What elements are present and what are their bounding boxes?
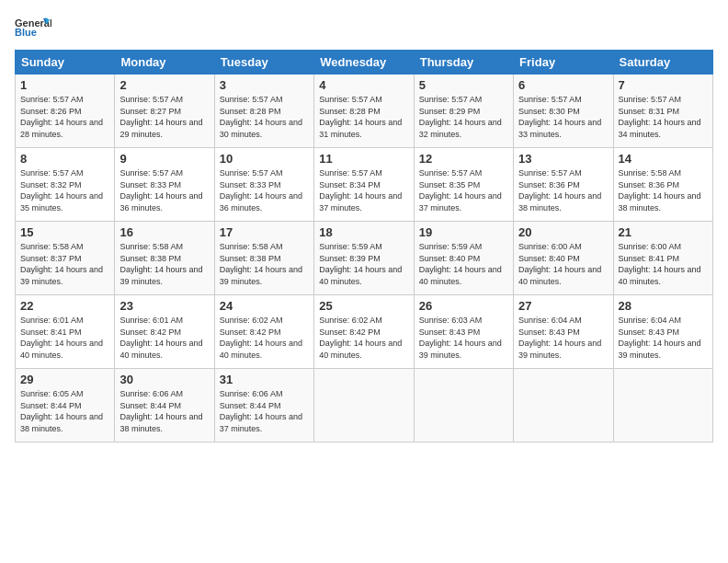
day-info: Sunrise: 6:00 AMSunset: 8:40 PMDaylight:… [518, 241, 608, 287]
calendar-cell: 21Sunrise: 6:00 AMSunset: 8:41 PMDayligh… [613, 222, 712, 295]
weekday-monday: Monday [115, 51, 214, 75]
calendar-cell: 17Sunrise: 5:58 AMSunset: 8:38 PMDayligh… [214, 222, 313, 295]
week-row-3: 15Sunrise: 5:58 AMSunset: 8:37 PMDayligh… [16, 222, 713, 295]
day-number: 19 [419, 225, 508, 239]
calendar-cell: 25Sunrise: 6:02 AMSunset: 8:42 PMDayligh… [314, 295, 414, 369]
day-info: Sunrise: 5:57 AMSunset: 8:29 PMDaylight:… [419, 94, 508, 140]
calendar-cell: 16Sunrise: 5:58 AMSunset: 8:38 PMDayligh… [115, 222, 214, 295]
day-info: Sunrise: 5:57 AMSunset: 8:35 PMDaylight:… [419, 167, 508, 213]
calendar-cell: 4Sunrise: 5:57 AMSunset: 8:28 PMDaylight… [314, 75, 414, 148]
calendar-cell: 24Sunrise: 6:02 AMSunset: 8:42 PMDayligh… [214, 295, 313, 369]
day-number: 6 [518, 78, 608, 92]
day-info: Sunrise: 5:57 AMSunset: 8:33 PMDaylight:… [220, 167, 309, 213]
day-info: Sunrise: 5:57 AMSunset: 8:27 PMDaylight:… [119, 94, 209, 140]
day-info: Sunrise: 6:02 AMSunset: 8:42 PMDaylight:… [220, 315, 309, 361]
calendar-table: SundayMondayTuesdayWednesdayThursdayFrid… [15, 50, 713, 442]
day-number: 18 [319, 225, 408, 239]
day-info: Sunrise: 5:58 AMSunset: 8:36 PMDaylight:… [619, 167, 708, 213]
logo-svg: General Blue [15, 15, 51, 40]
day-number: 9 [119, 152, 209, 166]
day-number: 5 [419, 78, 508, 92]
day-number: 16 [119, 225, 209, 239]
day-info: Sunrise: 6:05 AMSunset: 8:44 PMDaylight:… [20, 388, 109, 434]
day-number: 11 [319, 152, 408, 166]
day-info: Sunrise: 6:01 AMSunset: 8:41 PMDaylight:… [20, 315, 109, 361]
day-info: Sunrise: 5:57 AMSunset: 8:32 PMDaylight:… [20, 167, 109, 213]
calendar-cell: 31Sunrise: 6:06 AMSunset: 8:44 PMDayligh… [214, 369, 313, 442]
day-info: Sunrise: 6:04 AMSunset: 8:43 PMDaylight:… [518, 315, 608, 361]
day-number: 29 [20, 373, 109, 386]
day-number: 8 [20, 152, 109, 166]
calendar-cell: 2Sunrise: 5:57 AMSunset: 8:27 PMDaylight… [115, 75, 214, 148]
weekday-sunday: Sunday [16, 51, 115, 75]
calendar-cell: 22Sunrise: 6:01 AMSunset: 8:41 PMDayligh… [16, 295, 115, 369]
calendar-cell: 28Sunrise: 6:04 AMSunset: 8:43 PMDayligh… [613, 295, 712, 369]
day-number: 20 [518, 225, 608, 239]
calendar-cell: 10Sunrise: 5:57 AMSunset: 8:33 PMDayligh… [214, 148, 313, 222]
calendar-cell: 13Sunrise: 5:57 AMSunset: 8:36 PMDayligh… [514, 148, 613, 222]
calendar-cell: 14Sunrise: 5:58 AMSunset: 8:36 PMDayligh… [613, 148, 712, 222]
day-info: Sunrise: 6:06 AMSunset: 8:44 PMDaylight:… [119, 388, 209, 434]
day-info: Sunrise: 5:57 AMSunset: 8:26 PMDaylight:… [20, 94, 109, 140]
day-info: Sunrise: 5:59 AMSunset: 8:39 PMDaylight:… [319, 241, 408, 287]
weekday-wednesday: Wednesday [314, 51, 414, 75]
day-number: 14 [619, 152, 708, 166]
day-number: 12 [419, 152, 508, 166]
weekday-friday: Friday [514, 51, 613, 75]
day-number: 21 [619, 225, 708, 239]
day-info: Sunrise: 5:58 AMSunset: 8:38 PMDaylight:… [119, 241, 209, 287]
day-number: 26 [419, 299, 508, 313]
calendar-cell [314, 369, 414, 442]
day-info: Sunrise: 5:57 AMSunset: 8:28 PMDaylight:… [319, 94, 408, 140]
day-info: Sunrise: 5:57 AMSunset: 8:33 PMDaylight:… [119, 167, 209, 213]
calendar-cell: 23Sunrise: 6:01 AMSunset: 8:42 PMDayligh… [115, 295, 214, 369]
day-number: 17 [220, 225, 309, 239]
calendar-cell: 6Sunrise: 5:57 AMSunset: 8:30 PMDaylight… [514, 75, 613, 148]
page-container: General Blue SundayMondayTuesdayWednesda… [0, 0, 728, 450]
day-number: 2 [119, 78, 209, 92]
calendar-cell: 1Sunrise: 5:57 AMSunset: 8:26 PMDaylight… [16, 75, 115, 148]
day-info: Sunrise: 5:57 AMSunset: 8:34 PMDaylight:… [319, 167, 408, 213]
calendar-cell: 15Sunrise: 5:58 AMSunset: 8:37 PMDayligh… [16, 222, 115, 295]
day-info: Sunrise: 5:57 AMSunset: 8:36 PMDaylight:… [518, 167, 608, 213]
calendar-cell [613, 369, 712, 442]
day-number: 31 [220, 373, 309, 386]
calendar-cell: 9Sunrise: 5:57 AMSunset: 8:33 PMDaylight… [115, 148, 214, 222]
weekday-header-row: SundayMondayTuesdayWednesdayThursdayFrid… [16, 51, 713, 75]
week-row-4: 22Sunrise: 6:01 AMSunset: 8:41 PMDayligh… [16, 295, 713, 369]
day-info: Sunrise: 6:04 AMSunset: 8:43 PMDaylight:… [619, 315, 708, 361]
day-info: Sunrise: 6:03 AMSunset: 8:43 PMDaylight:… [419, 315, 508, 361]
day-info: Sunrise: 5:57 AMSunset: 8:31 PMDaylight:… [619, 94, 708, 140]
day-info: Sunrise: 5:58 AMSunset: 8:37 PMDaylight:… [20, 241, 109, 287]
week-row-1: 1Sunrise: 5:57 AMSunset: 8:26 PMDaylight… [16, 75, 713, 148]
day-info: Sunrise: 6:00 AMSunset: 8:41 PMDaylight:… [619, 241, 708, 287]
day-number: 28 [619, 299, 708, 313]
day-number: 15 [20, 225, 109, 239]
day-info: Sunrise: 5:59 AMSunset: 8:40 PMDaylight:… [419, 241, 508, 287]
calendar-cell: 18Sunrise: 5:59 AMSunset: 8:39 PMDayligh… [314, 222, 414, 295]
day-number: 3 [220, 78, 309, 92]
day-number: 13 [518, 152, 608, 166]
day-number: 23 [119, 299, 209, 313]
day-number: 24 [220, 299, 309, 313]
day-info: Sunrise: 6:02 AMSunset: 8:42 PMDaylight:… [319, 315, 408, 361]
logo: General Blue [15, 15, 51, 40]
day-number: 10 [220, 152, 309, 166]
calendar-cell: 12Sunrise: 5:57 AMSunset: 8:35 PMDayligh… [414, 148, 513, 222]
calendar-cell: 5Sunrise: 5:57 AMSunset: 8:29 PMDaylight… [414, 75, 513, 148]
day-number: 4 [319, 78, 408, 92]
day-info: Sunrise: 6:01 AMSunset: 8:42 PMDaylight:… [119, 315, 209, 361]
calendar-cell: 8Sunrise: 5:57 AMSunset: 8:32 PMDaylight… [16, 148, 115, 222]
week-row-2: 8Sunrise: 5:57 AMSunset: 8:32 PMDaylight… [16, 148, 713, 222]
day-info: Sunrise: 5:58 AMSunset: 8:38 PMDaylight:… [220, 241, 309, 287]
day-number: 25 [319, 299, 408, 313]
calendar-cell: 20Sunrise: 6:00 AMSunset: 8:40 PMDayligh… [514, 222, 613, 295]
day-number: 1 [20, 78, 109, 92]
weekday-tuesday: Tuesday [214, 51, 313, 75]
calendar-cell [414, 369, 513, 442]
weekday-saturday: Saturday [613, 51, 712, 75]
calendar-cell: 26Sunrise: 6:03 AMSunset: 8:43 PMDayligh… [414, 295, 513, 369]
calendar-cell: 7Sunrise: 5:57 AMSunset: 8:31 PMDaylight… [613, 75, 712, 148]
calendar-cell: 30Sunrise: 6:06 AMSunset: 8:44 PMDayligh… [115, 369, 214, 442]
calendar-cell: 3Sunrise: 5:57 AMSunset: 8:28 PMDaylight… [214, 75, 313, 148]
